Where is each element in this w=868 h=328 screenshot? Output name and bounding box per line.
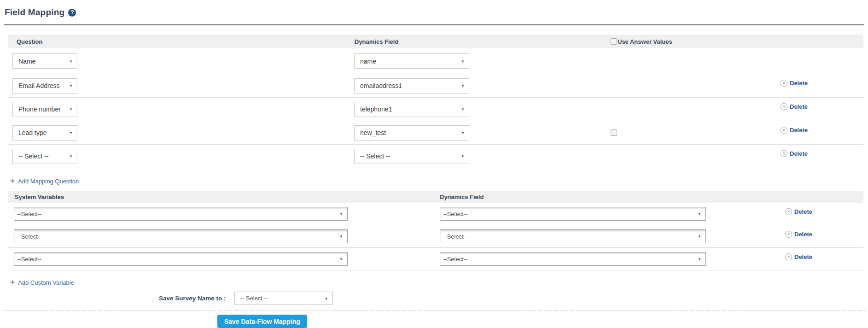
add-mapping-question-row: Add Mapping Question: [10, 176, 868, 185]
use-answer-values-header: Use Answer Values: [606, 38, 776, 45]
save-survey-name-select[interactable]: -- Select --: [234, 292, 333, 305]
system-variable-select[interactable]: --Select--: [14, 252, 348, 266]
delete-circle-x-icon: [781, 127, 787, 134]
question-select[interactable]: Phone number: [12, 102, 77, 117]
add-custom-variable-label: Add Custom Variable: [18, 279, 74, 286]
help-icon[interactable]: ?: [68, 9, 76, 17]
delete-circle-x-icon: [785, 231, 792, 238]
use-answer-values-checkbox[interactable]: [611, 38, 617, 45]
delete-label: Delete: [794, 253, 812, 260]
system-variables-table: System Variables Dynamics Field --Select…: [8, 191, 863, 270]
question-mapping-row: Lead type new_test Delete: [8, 121, 863, 145]
use-answer-values-label: Use Answer Values: [618, 38, 672, 45]
page-header: Field Mapping ?: [0, 0, 868, 18]
system-variable-select[interactable]: --Select--: [14, 207, 348, 221]
dynamics-field-select[interactable]: --Select--: [440, 229, 706, 243]
question-mapping-row: Name name: [8, 48, 863, 74]
save-data-flow-mapping-button[interactable]: Save Data-Flow Mapping: [217, 315, 307, 328]
question-select[interactable]: -- Select --: [12, 149, 77, 164]
add-custom-variable-link[interactable]: Add Custom Variable: [10, 279, 74, 286]
delete-row-link[interactable]: Delete: [781, 80, 808, 87]
delete-row-link[interactable]: Delete: [781, 127, 808, 134]
delete-label: Delete: [790, 103, 808, 110]
plus-icon: [10, 178, 15, 184]
delete-circle-x-icon: [785, 253, 792, 260]
question-mapping-row: Email Address emailaddress1 Delete: [8, 74, 863, 98]
delete-circle-x-icon: [781, 103, 787, 110]
question-mapping-table: Question Dynamics Field Use Answer Value…: [8, 35, 863, 168]
question-select[interactable]: Email Address: [12, 78, 77, 94]
footer-dashed-divider: [3, 310, 865, 311]
dynamics-field-select[interactable]: name: [354, 53, 469, 69]
delete-row-link[interactable]: Delete: [785, 253, 812, 260]
system-table-header: System Variables Dynamics Field: [8, 191, 863, 203]
save-survey-name-row: Save Survey Name to : -- Select --: [159, 292, 868, 305]
use-answer-values-row-checkbox[interactable]: [611, 129, 617, 136]
delete-row-link[interactable]: Delete: [785, 231, 812, 238]
dynamics-field-select[interactable]: --Select--: [440, 252, 706, 266]
system-variable-row: --Select-- --Select-- Delete: [8, 225, 863, 248]
dynamics-field-select[interactable]: new_test: [354, 125, 469, 141]
delete-row-link[interactable]: Delete: [781, 150, 808, 157]
delete-circle-x-icon: [785, 208, 792, 215]
delete-circle-x-icon: [781, 150, 787, 157]
dynamics-field-select[interactable]: --Select--: [440, 207, 706, 221]
dynamics-field-column-header: Dynamics Field: [440, 193, 781, 200]
save-survey-name-label: Save Survey Name to :: [159, 295, 226, 302]
delete-label: Delete: [794, 208, 812, 215]
dynamics-field-select[interactable]: telephone1: [354, 102, 469, 117]
plus-icon: [10, 279, 15, 286]
delete-label: Delete: [790, 127, 808, 134]
delete-row-link[interactable]: Delete: [785, 208, 812, 215]
delete-circle-x-icon: [781, 80, 787, 87]
system-variable-row: --Select-- --Select-- Delete: [8, 248, 863, 270]
delete-label: Delete: [794, 231, 812, 238]
title-divider: [4, 24, 864, 25]
add-mapping-question-link[interactable]: Add Mapping Question: [10, 178, 79, 185]
delete-label: Delete: [790, 80, 808, 87]
add-custom-variable-row: Add Custom Variable: [10, 278, 868, 286]
question-mapping-row: Phone number telephone1 Delete: [8, 98, 863, 121]
question-table-header: Question Dynamics Field Use Answer Value…: [8, 35, 863, 48]
system-variable-row: --Select-- --Select-- Delete: [8, 203, 863, 225]
dynamics-field-column-header: Dynamics Field: [350, 38, 606, 45]
system-variables-column-header: System Variables: [8, 193, 440, 200]
dynamics-field-select[interactable]: -- Select --: [354, 149, 469, 164]
system-variable-select[interactable]: --Select--: [14, 229, 348, 243]
dynamics-field-select[interactable]: emailaddress1: [354, 78, 469, 94]
question-select[interactable]: Lead type: [12, 125, 77, 141]
page-title: Field Mapping: [5, 7, 64, 18]
add-mapping-question-label: Add Mapping Question: [18, 178, 79, 185]
question-select[interactable]: Name: [12, 53, 77, 69]
question-mapping-row: -- Select -- -- Select -- Delete: [8, 145, 863, 168]
delete-row-link[interactable]: Delete: [781, 103, 808, 110]
delete-label: Delete: [790, 150, 808, 157]
question-column-header: Question: [8, 38, 350, 45]
